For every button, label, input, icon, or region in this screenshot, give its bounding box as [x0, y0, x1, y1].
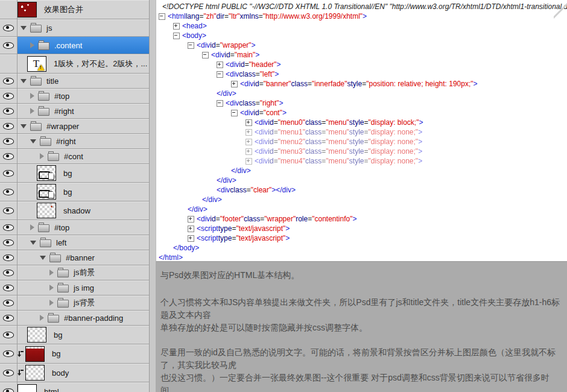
eye-icon[interactable] — [3, 300, 14, 306]
expand-triangle-icon[interactable] — [30, 224, 34, 230]
collapse-triangle-icon[interactable] — [21, 124, 27, 128]
code-line[interactable]: <!DOCTYPE html PUBLIC "-//W3C//DTD XHTML… — [162, 2, 567, 11]
layer-row[interactable]: #right — [0, 104, 149, 119]
eye-icon[interactable] — [3, 270, 14, 276]
code-line[interactable]: <script type="text/javascript"> — [188, 224, 567, 233]
collapse-box-icon[interactable] — [231, 110, 238, 116]
layer-row-content[interactable]: js前景 — [17, 265, 149, 280]
layer-row-content[interactable]: bg — [17, 183, 149, 201]
code-line[interactable]: </div> — [188, 204, 567, 214]
visibility-toggle[interactable] — [0, 37, 17, 54]
layer-thumbnail[interactable] — [17, 2, 37, 17]
code-line[interactable]: <script type="text/javascript"> — [188, 233, 567, 243]
code-line[interactable]: </div> — [217, 175, 567, 185]
code-line[interactable]: <div id="menu0" class="menu" style="disp… — [245, 118, 567, 127]
expand-box-icon[interactable] — [188, 216, 194, 223]
eye-icon[interactable] — [3, 350, 14, 357]
layer-row[interactable]: #top — [0, 89, 149, 104]
layer-row-content[interactable]: js — [17, 19, 149, 36]
code-line[interactable]: <div id="header"> — [217, 60, 567, 69]
code-line[interactable]: <div id="main"> — [202, 50, 567, 60]
code-line[interactable]: <div id="footer" class="wrapper" role="c… — [188, 214, 567, 224]
layer-row[interactable]: 效果图合并 — [0, 0, 149, 19]
layer-row-content[interactable]: #banner-padding — [17, 311, 149, 325]
layer-row-content[interactable]: #cont — [17, 149, 149, 163]
collapse-triangle-icon[interactable] — [40, 256, 46, 260]
collapse-box-icon[interactable] — [159, 13, 165, 20]
code-line[interactable]: <body> — [173, 31, 567, 40]
expand-box-icon[interactable] — [245, 129, 252, 136]
layer-row[interactable]: html — [0, 382, 149, 392]
code-line[interactable]: </div> — [217, 89, 567, 98]
layer-row[interactable]: shadow — [0, 201, 149, 220]
layer-row-content[interactable]: 效果图合并 — [17, 0, 149, 19]
expand-triangle-icon[interactable] — [49, 300, 54, 306]
expand-triangle-icon[interactable] — [40, 153, 44, 159]
code-line[interactable]: <div id="banner" class="innerfade" style… — [231, 79, 567, 89]
expand-triangle-icon[interactable] — [40, 315, 44, 321]
visibility-toggle[interactable] — [0, 54, 17, 73]
expand-box-icon[interactable] — [245, 148, 252, 155]
layer-row[interactable]: body — [0, 364, 149, 382]
visibility-toggle[interactable] — [0, 250, 17, 265]
code-line[interactable]: </div> — [202, 195, 567, 204]
eye-icon[interactable] — [3, 78, 14, 84]
collapse-box-icon[interactable] — [202, 52, 209, 58]
code-line[interactable]: </div> — [231, 166, 567, 175]
visibility-toggle[interactable] — [0, 134, 17, 148]
layer-row-content[interactable]: #right — [17, 104, 149, 118]
code-line[interactable]: <div id="cont"> — [231, 108, 567, 118]
visibility-toggle[interactable] — [0, 220, 17, 235]
layer-row-content[interactable]: #wrapper — [17, 119, 149, 133]
expand-triangle-icon[interactable] — [49, 285, 54, 291]
visibility-toggle[interactable] — [0, 364, 17, 382]
code-line[interactable]: <div id="menu3" class="menu" style="disp… — [245, 147, 567, 156]
layer-row[interactable]: #right — [0, 134, 149, 149]
visibility-toggle[interactable] — [0, 19, 17, 36]
layer-thumbnail[interactable] — [25, 346, 45, 362]
expand-triangle-icon[interactable] — [30, 42, 34, 48]
eye-icon[interactable] — [3, 315, 14, 321]
layer-row-content[interactable]: #top — [17, 220, 149, 235]
layer-row[interactable]: js前景 — [0, 265, 149, 280]
collapse-triangle-icon[interactable] — [21, 79, 27, 83]
expand-box-icon[interactable] — [245, 139, 252, 145]
eye-icon[interactable] — [3, 388, 14, 392]
collapse-box-icon[interactable] — [188, 42, 194, 49]
code-line[interactable]: <div id="wrapper"> — [188, 40, 567, 50]
layer-row-content[interactable]: body — [17, 364, 149, 382]
layer-row-content[interactable]: #top — [17, 89, 149, 103]
visibility-toggle[interactable] — [0, 119, 17, 133]
eye-icon[interactable] — [3, 254, 14, 261]
layer-row[interactable]: bg — [0, 183, 149, 201]
eye-icon[interactable] — [3, 93, 14, 100]
eye-icon[interactable] — [3, 108, 14, 115]
code-line[interactable]: <html lang="zh" dir="ltr" xmlns="http://… — [159, 11, 567, 21]
layer-row-content[interactable]: bg — [17, 326, 149, 344]
eye-icon[interactable] — [3, 42, 14, 49]
layer-row-content[interactable]: html — [17, 382, 149, 392]
expand-triangle-icon[interactable] — [49, 270, 54, 276]
expand-triangle-icon[interactable] — [30, 93, 34, 99]
layer-thumbnail[interactable] — [25, 365, 45, 381]
layer-row[interactable]: bg — [0, 164, 149, 183]
visibility-toggle[interactable] — [0, 344, 17, 363]
collapse-triangle-icon[interactable] — [30, 241, 36, 245]
layer-row[interactable]: #banner — [0, 250, 149, 265]
layer-row[interactable]: bg — [0, 344, 149, 364]
layer-row[interactable]: #cont — [0, 149, 149, 164]
layer-row[interactable]: js img — [0, 280, 149, 296]
layer-row-content[interactable]: js img — [17, 280, 149, 295]
expand-box-icon[interactable] — [245, 158, 252, 165]
visibility-toggle[interactable] — [0, 235, 17, 250]
visibility-toggle[interactable] — [0, 201, 17, 220]
collapse-triangle-icon[interactable] — [30, 139, 36, 144]
eye-icon[interactable] — [3, 138, 14, 145]
visibility-toggle[interactable] — [0, 280, 17, 295]
layer-row[interactable]: bg — [0, 326, 149, 344]
layer-thumbnail[interactable] — [17, 384, 37, 392]
layer-thumbnail[interactable] — [37, 184, 56, 200]
code-line[interactable]: </html> — [159, 253, 567, 262]
layer-thumbnail[interactable] — [37, 203, 56, 218]
layer-row-content[interactable]: bg — [17, 344, 149, 363]
